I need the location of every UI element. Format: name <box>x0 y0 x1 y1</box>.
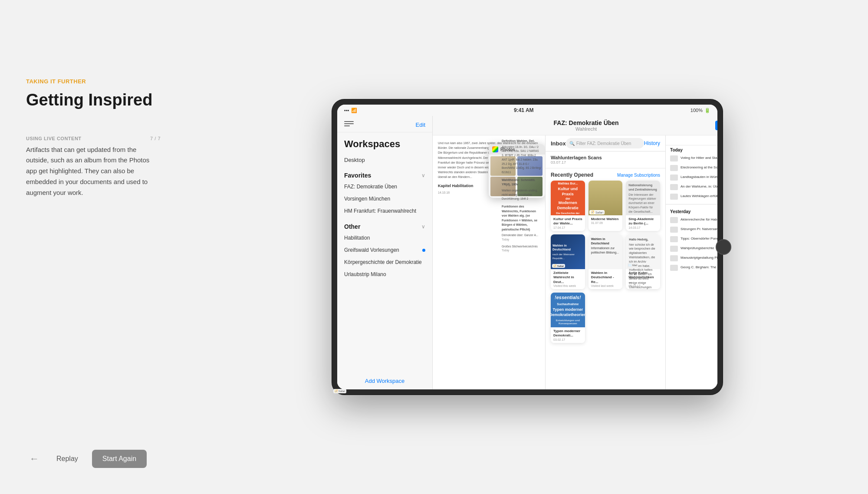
inbox-label: Inbox <box>551 140 566 147</box>
card-thumb-kultur: Günter Bitter Mathias Bur... Kultur und … <box>551 181 585 215</box>
doc-header-right: ••• <box>715 121 717 130</box>
favorites-header[interactable]: Favorites ∨ <box>337 170 432 181</box>
reading-list-header <box>666 135 717 145</box>
edit-button[interactable]: Edit <box>416 122 425 128</box>
other-title: Other <box>344 223 360 230</box>
reading-text-10: Manuskriptgestaltung Planu... <box>681 255 717 260</box>
replay-button[interactable]: Replay <box>49 451 85 467</box>
reading-text-2: Electroneering at the South, ... <box>681 165 717 170</box>
reading-item-7[interactable]: Sitzungen Pr. Natversammlü... <box>666 225 717 234</box>
recently-opened-header: Recently Opened Manage Subscriptions <box>546 168 665 181</box>
reading-item-4[interactable]: An der Wahlurne, in: Über La... <box>666 182 717 192</box>
reading-text-5: Lautes Wehklagen erfüllt Eur... <box>681 194 717 198</box>
card-title-sing: Sing-Akademie zu Berlin (... <box>628 217 658 226</box>
reading-text-3: Landtagsbauten in Württemb... <box>681 175 717 179</box>
card-date-moderne: 31.07.09 <box>591 221 620 224</box>
wahlunterlagen-date: 03.07.17 <box>551 160 660 165</box>
card-info-zeitleiste: Zeitleiste Wahlrecht in Deut... Visited … <box>551 269 585 289</box>
card-date-zeitleiste: Visited this week <box>553 284 582 287</box>
workspaces-title: Workspaces <box>337 132 432 154</box>
favorites-chevron-icon: ∨ <box>421 172 425 178</box>
search-icon: 🔍 <box>569 141 575 146</box>
reading-item-6[interactable]: Aktenrecherche für Habilitat... <box>666 215 717 225</box>
reading-item-3[interactable]: Landtagsbauten in Württemb... <box>666 173 717 182</box>
card-zeitleiste[interactable]: Wahlen in Deutschland nach der Weimarer … <box>551 234 585 289</box>
reading-item-1[interactable]: Voting for Hitler and Stalin. E... <box>666 154 717 163</box>
card-thumb-sing: Nationalisierung und Zentralisierung Die… <box>626 181 660 215</box>
reading-text-6: Aktenrecherche für Habilitat... <box>681 217 717 222</box>
card-title-zeitleiste: Zeitleiste Wahlrecht in Deut... <box>553 271 582 284</box>
reading-item-2[interactable]: Electroneering at the South, ... <box>666 163 717 173</box>
card-info-sing: Sing-Akademie zu Berlin (... 14.03.17 <box>626 215 660 231</box>
other-section: Other ∨ Habilitation Greifswald Vorlesun… <box>337 217 432 280</box>
reading-item-8[interactable]: Tipps: Oberndörfer Pommer... <box>666 234 717 244</box>
reading-thumb-6 <box>670 217 678 223</box>
card-thumb-zeitleiste: Wahlen in Deutschland nach der Weimarer … <box>551 234 585 269</box>
start-again-button[interactable]: Start Again <box>92 450 147 468</box>
card-kultur[interactable]: Günter Bitter Mathias Bur... Kultur und … <box>551 181 585 231</box>
sidebar-item-hm[interactable]: HM Frankfurt: Frauenwahlrecht <box>337 205 432 217</box>
reading-thumb-7 <box>670 227 678 233</box>
card-wahlen-deutschland[interactable]: Wahlen in Deutschland Informationen zur … <box>589 234 623 289</box>
cards-grid-1: Günter Bitter Mathias Bur... Kultur und … <box>546 181 665 234</box>
favorites-section: Favorites ∨ FAZ: Demokratie Üben Vorsing… <box>337 166 432 217</box>
card-title-moderne-wahlen: Moderne Wahlen <box>591 217 620 221</box>
reading-item-10[interactable]: Manuskriptgestaltung Planu... <box>666 254 717 263</box>
reading-divider <box>666 204 717 204</box>
sidebar-item-urlaubstrip[interactable]: Urlaubstrip Milano <box>337 268 432 280</box>
history-button[interactable]: History <box>644 140 660 146</box>
card-thumb-mail: Hallo Hedvig, hier schicke ich dir wie b… <box>626 234 660 269</box>
mail-badge: ✉️ Mail <box>627 263 638 267</box>
sidebar-item-koerper[interactable]: Körpergeschichte der Demokratie <box>337 256 432 268</box>
card-date-wahlen: Visited last week <box>591 284 620 287</box>
sidebar-item-habilitation[interactable]: Habilitation <box>337 232 432 244</box>
battery-label: 100% <box>690 108 703 113</box>
card-date-sing: 14.03.17 <box>628 226 658 229</box>
back-button[interactable]: ← <box>26 451 43 466</box>
add-workspace-button[interactable]: Add Workspace <box>337 372 432 389</box>
left-panel: TAKING IT FURTHER Getting Inspired USING… <box>0 0 187 494</box>
status-time: 9:41 AM <box>514 107 534 113</box>
manage-subscriptions-button[interactable]: Manage Subscriptions <box>617 173 660 178</box>
card-moderne-wahlen[interactable]: 🧭 Safari Moderne Wahlen 31.07.09 <box>589 181 623 231</box>
reading-text-8: Tipps: Oberndörfer Pommer... <box>681 236 717 241</box>
sidebar-item-vorsingen[interactable]: Vorsingen München <box>337 193 432 205</box>
other-header[interactable]: Other ∨ <box>337 221 432 232</box>
sidebar-item-faz[interactable]: FAZ: Demokratie Üben <box>337 181 432 193</box>
yesterday-section-title: Yesterday <box>666 207 717 215</box>
main-split: Und nun kam also 1867, zwei Jahre später… <box>433 135 717 389</box>
card-thumb-essentials: !essentials! Suchaufnahme Typen moderner… <box>551 293 585 327</box>
card-antje-kuhn[interactable]: Hallo Hedvig, hier schicke ich dir wie b… <box>626 234 660 289</box>
reading-item-11[interactable]: Georg C. Birgham: The Coun... <box>666 263 717 273</box>
doc-title-area: FAZ: Demokratie Üben Wahlrecht <box>554 119 619 132</box>
ipad-device: ▪▪▪ 📶 9:41 AM 100% 🔋 <box>187 99 868 395</box>
reading-item-5[interactable]: Lautes Wehklagen erfüllt Eur... <box>666 192 717 201</box>
section-label-area: USING LIVE CONTENT 7 / 7 <box>26 136 161 141</box>
card-info-wahlen: Wahlen in Deutschland - Re... Visited la… <box>589 269 623 289</box>
reading-thumb-10 <box>670 255 678 261</box>
reading-item-9[interactable]: Wahlprüfungsberichte <box>666 244 717 254</box>
sidebar-header: Edit <box>337 116 432 132</box>
status-bar: ▪▪▪ 📶 9:41 AM 100% 🔋 <box>337 105 717 116</box>
view-icon[interactable] <box>715 121 717 130</box>
card-thumb-building: 🧭 Safari <box>589 181 623 215</box>
description-text: Artifacts that can get updated from the … <box>26 145 161 198</box>
home-button[interactable] <box>716 239 731 255</box>
page-wrapper: TAKING IT FURTHER Getting Inspired USING… <box>0 0 868 494</box>
progress-counter: 7 / 7 <box>150 136 161 141</box>
reading-text-7: Sitzungen Pr. Natversammlü... <box>681 227 717 231</box>
sidebar-item-greifswald[interactable]: Greifswald Vorlesungen <box>337 244 432 256</box>
sidebar-item-desktop[interactable]: Desktop <box>337 154 432 166</box>
wahlunterlagen-item[interactable]: Wahlunterlagen Scans 03.07.17 <box>546 151 665 168</box>
card-typen[interactable]: !essentials! Suchaufnahme Typen moderner… <box>551 293 585 343</box>
filter-search[interactable]: 🔍 Filter FAZ: Demokratie Üben <box>566 138 644 148</box>
reading-thumb-11 <box>670 265 678 271</box>
card-date-kultur: 17.04.17 <box>553 226 582 229</box>
reading-thumb-5 <box>670 194 678 200</box>
taking-it-further-label: TAKING IT FURTHER <box>26 78 161 85</box>
card-sing-akademie[interactable]: Nationalisierung und Zentralisierung Die… <box>626 181 660 231</box>
doc-pane: Und nun kam also 1867, zwei Jahre später… <box>433 135 546 389</box>
battery-icon: 🔋 <box>704 108 710 113</box>
ipad-screen: ▪▪▪ 📶 9:41 AM 100% 🔋 <box>337 105 717 389</box>
reading-text-9: Wahlprüfungsberichte <box>681 246 714 250</box>
